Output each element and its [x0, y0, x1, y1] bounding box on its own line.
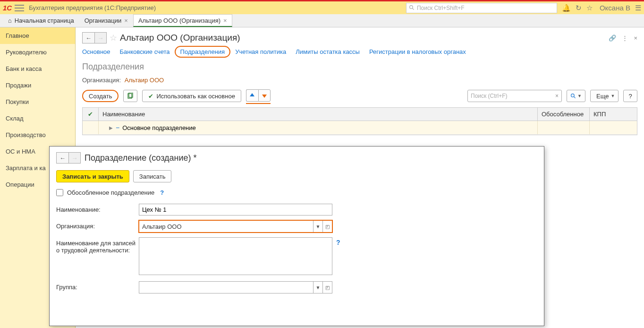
th-kpp[interactable]: КПП: [590, 108, 637, 121]
settings-icon[interactable]: ☰: [635, 4, 641, 12]
search-dropdown-button[interactable]: ▼: [567, 90, 585, 102]
tab-home[interactable]: ⌂ Начальная страница: [3, 14, 79, 27]
list-search-placeholder: Поиск (Ctrl+F): [471, 93, 508, 99]
create-department-dialog: ← → Подразделение (создание) * Записать …: [49, 146, 544, 326]
subtab-cash[interactable]: Лимиты остатка кассы: [296, 48, 360, 55]
arrow-up-icon: [249, 92, 255, 99]
dialog-title: Подразделение (создание) *: [85, 153, 197, 163]
chevron-down-icon: ▼: [577, 94, 582, 98]
search-icon: [570, 93, 576, 99]
create-button[interactable]: Создать: [82, 90, 119, 102]
table-header: ✔ Наименование Обособленное КПП: [83, 108, 637, 121]
svg-point-4: [571, 94, 575, 97]
back-button[interactable]: ←: [82, 32, 94, 43]
bell-icon[interactable]: 🔔: [562, 4, 571, 12]
sidebar-item-leader[interactable]: Руководителю: [0, 44, 75, 60]
subtab-tax[interactable]: Регистрации в налоговых органах: [369, 48, 466, 55]
search-icon: [409, 5, 415, 11]
org-label: Организация:: [56, 220, 139, 230]
tab-altair-label: Альтаир ООО (Организация): [138, 17, 220, 24]
clear-search-icon[interactable]: ×: [555, 93, 559, 99]
title-icons: 🔔 ↻ ☆ Оксана В ☰: [562, 4, 641, 12]
more-button[interactable]: Еще ▼: [590, 90, 619, 102]
tab-altair[interactable]: Альтаир ООО (Организация) ×: [133, 14, 232, 27]
close-page-icon[interactable]: ×: [634, 35, 637, 42]
app-title: Бухгалтерия предприятия (1С:Предприятие): [29, 4, 156, 11]
more-icon[interactable]: ⋮: [622, 35, 628, 42]
th-name[interactable]: Наименование: [99, 108, 538, 121]
th-separate[interactable]: Обособленное: [538, 108, 590, 121]
sidebar-item-main[interactable]: Главное: [0, 27, 75, 44]
menu-icon[interactable]: [15, 5, 24, 11]
copy-button[interactable]: [123, 90, 137, 102]
use-as-main-button[interactable]: ✔ Использовать как основное: [142, 90, 241, 102]
table-row[interactable]: ▶ − Основное подразделение: [83, 121, 637, 135]
move-up-button[interactable]: [246, 89, 258, 102]
subtab-departments[interactable]: Подразделения: [175, 46, 231, 58]
page-title: Альтаир ООО (Организация): [120, 33, 240, 43]
dialog-forward-button: →: [68, 152, 81, 164]
copy-icon: [127, 93, 134, 99]
labor-textarea[interactable]: [139, 237, 332, 275]
list-search[interactable]: Поиск (Ctrl+F) ×: [467, 90, 562, 102]
subtab-bank[interactable]: Банковские счета: [120, 48, 170, 55]
global-search-placeholder: Поиск Ctrl+Shift+F: [417, 5, 465, 11]
sidebar-item-bank[interactable]: Банк и касса: [0, 60, 75, 77]
dialog-back-button[interactable]: ←: [56, 152, 68, 164]
move-down-button[interactable]: [258, 89, 271, 102]
org-value[interactable]: Альтаир ООО: [125, 77, 164, 84]
name-label: Наименование:: [56, 204, 139, 213]
separate-checkbox-row: Обособленное подразделение ?: [56, 189, 537, 196]
link-icon[interactable]: 🔗: [609, 35, 616, 42]
svg-point-0: [410, 6, 413, 9]
collapse-icon[interactable]: −: [116, 124, 119, 131]
star-icon[interactable]: ☆: [586, 4, 593, 12]
history-icon[interactable]: ↻: [576, 4, 582, 12]
home-icon: ⌂: [8, 17, 12, 24]
th-check[interactable]: ✔: [83, 108, 99, 121]
row-name: Основное подразделение: [122, 124, 196, 131]
org-select[interactable]: Альтаир ООО ▼ ◰: [139, 220, 332, 233]
checkmark-icon: ✔: [148, 93, 153, 100]
help-button[interactable]: ?: [623, 90, 637, 102]
favorite-star-icon[interactable]: ☆: [110, 33, 117, 43]
window-tabs: ⌂ Начальная страница Организации × Альта…: [0, 14, 644, 27]
name-input[interactable]: [139, 204, 332, 216]
help-icon[interactable]: ?: [336, 237, 340, 246]
sidebar-item-production[interactable]: Производство: [0, 127, 75, 143]
section-title: Подразделения: [82, 62, 637, 72]
save-button[interactable]: Записать: [133, 170, 172, 182]
tab-home-label: Начальная страница: [15, 17, 74, 24]
dialog-toolbar: Записать и закрыть Записать: [56, 170, 537, 182]
chevron-down-icon[interactable]: ▼: [313, 282, 322, 293]
svg-line-5: [574, 96, 575, 98]
sidebar-item-warehouse[interactable]: Склад: [0, 110, 75, 127]
close-icon[interactable]: ×: [124, 17, 128, 24]
separate-checkbox[interactable]: [56, 189, 63, 196]
user-name[interactable]: Оксана В: [600, 4, 630, 12]
labor-label: Наименование для записей о трудовой деят…: [56, 237, 139, 254]
group-select[interactable]: ▼ ◰: [139, 281, 332, 293]
forward-button: →: [94, 32, 107, 43]
subtabs: Основное Банковские счета Подразделения …: [82, 48, 637, 55]
subtab-main[interactable]: Основное: [82, 48, 110, 55]
open-icon[interactable]: ◰: [322, 282, 332, 293]
subtab-policy[interactable]: Учетная политика: [235, 48, 286, 55]
global-search[interactable]: Поиск Ctrl+Shift+F: [406, 3, 557, 13]
group-label: Группа:: [56, 281, 139, 291]
tab-organizations[interactable]: Организации ×: [79, 14, 133, 27]
page-head: ← → ☆ Альтаир ООО (Организация) 🔗 ⋮ ×: [82, 32, 637, 43]
sidebar-item-sales[interactable]: Продажи: [0, 77, 75, 94]
expand-icon[interactable]: ▶: [109, 125, 113, 130]
sidebar-item-purchases[interactable]: Покупки: [0, 94, 75, 110]
open-icon[interactable]: ◰: [322, 221, 332, 232]
save-close-button[interactable]: Записать и закрыть: [56, 170, 129, 182]
close-icon[interactable]: ×: [223, 17, 227, 24]
row-group: Группа: ▼ ◰: [56, 281, 537, 293]
row-name: Наименование:: [56, 204, 537, 216]
arrow-down-icon: [261, 92, 268, 99]
help-icon[interactable]: ?: [160, 189, 164, 196]
use-as-main-label: Использовать как основное: [156, 93, 235, 100]
separate-label: Обособленное подразделение: [67, 189, 154, 196]
chevron-down-icon[interactable]: ▼: [313, 221, 322, 232]
